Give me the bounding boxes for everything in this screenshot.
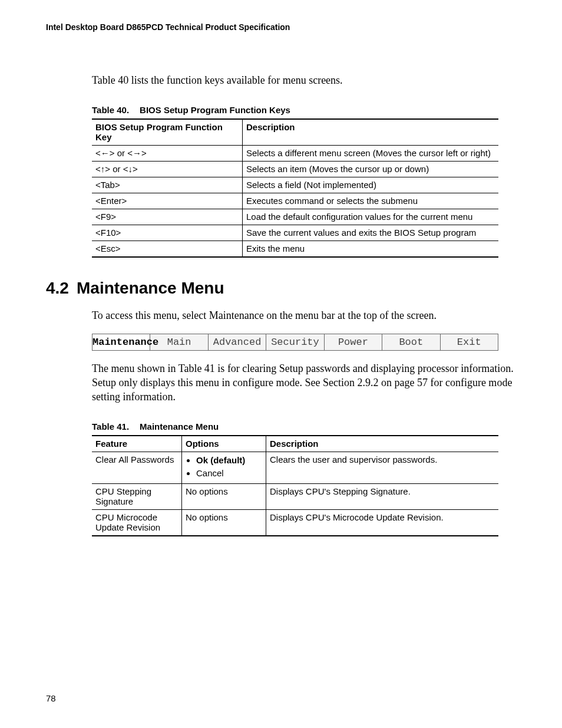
key-cell: <Tab>: [92, 177, 243, 193]
menubar-tab: Power: [324, 334, 382, 350]
table41-caption-title: Maintenance Menu: [140, 421, 219, 431]
options-cell: Ok (default)Cancel: [182, 452, 266, 484]
menubar-tab: Advanced: [208, 334, 266, 350]
page-number: 78: [46, 693, 56, 703]
section-heading: 4.2Maintenance Menu: [46, 279, 516, 298]
option-item: Cancel: [196, 467, 262, 480]
table40-head-key: BIOS Setup Program Function Key: [92, 119, 243, 146]
menubar-tab: Boot: [382, 334, 440, 350]
section-after-menubar: The menu shown in Table 41 is for cleari…: [92, 361, 516, 404]
key-cell: <F9>: [92, 209, 243, 225]
table41-head-desc: Description: [266, 436, 499, 452]
key-cell: <↑> or <↓>: [92, 162, 243, 177]
table-row: Clear All PasswordsOk (default)CancelCle…: [92, 452, 498, 484]
desc-cell: Displays CPU's Microcode Update Revision…: [266, 510, 499, 536]
bios-menubar: MaintenanceMainAdvancedSecurityPowerBoot…: [92, 334, 498, 351]
table40-caption-title: BIOS Setup Program Function Keys: [140, 105, 290, 115]
key-cell: <←> or <→>: [92, 146, 243, 162]
menubar-tab: Security: [266, 334, 324, 350]
desc-cell: Load the default configuration values fo…: [243, 209, 499, 225]
intro-table40: Table 40 lists the function keys availab…: [92, 73, 516, 87]
table-row: CPU Microcode Update RevisionNo optionsD…: [92, 510, 498, 536]
key-cell: <F10>: [92, 225, 243, 241]
table-row: <F10>Save the current values and exits t…: [92, 225, 498, 241]
desc-cell: Displays CPU's Stepping Signature.: [266, 484, 499, 510]
desc-cell: Save the current values and exits the BI…: [243, 225, 499, 241]
desc-cell: Clears the user and supervisor passwords…: [266, 452, 499, 484]
options-cell: No options: [182, 484, 266, 510]
table41: Feature Options Description Clear All Pa…: [92, 435, 498, 536]
table40: BIOS Setup Program Function Key Descript…: [92, 118, 498, 258]
section-number: 4.2: [46, 279, 77, 298]
section-title: Maintenance Menu: [77, 279, 224, 297]
table-row: <Esc>Exits the menu: [92, 241, 498, 258]
table41-head-feature: Feature: [92, 436, 182, 452]
feature-cell: CPU Microcode Update Revision: [92, 510, 182, 536]
feature-cell: CPU Stepping Signature: [92, 484, 182, 510]
key-cell: <Enter>: [92, 193, 243, 209]
option-item: Ok (default): [196, 454, 262, 467]
table-row: <Tab>Selects a field (Not implemented): [92, 177, 498, 193]
table-row: <Enter>Executes command or selects the s…: [92, 193, 498, 209]
menubar-tab: Main: [150, 334, 208, 350]
desc-cell: Exits the menu: [243, 241, 499, 258]
table-row: <↑> or <↓>Selects an item (Moves the cur…: [92, 162, 498, 177]
table41-caption: Table 41.Maintenance Menu: [92, 421, 516, 431]
table41-caption-num: Table 41.: [92, 421, 129, 431]
desc-cell: Executes command or selects the submenu: [243, 193, 499, 209]
desc-cell: Selects a different menu screen (Moves t…: [243, 146, 499, 162]
desc-cell: Selects a field (Not implemented): [243, 177, 499, 193]
desc-cell: Selects an item (Moves the cursor up or …: [243, 162, 499, 177]
menubar-tab: Maintenance: [92, 334, 150, 350]
table-row: <F9>Load the default configuration value…: [92, 209, 498, 225]
menubar-tab: Exit: [440, 334, 498, 350]
key-cell: <Esc>: [92, 241, 243, 258]
options-cell: No options: [182, 510, 266, 536]
table40-head-desc: Description: [243, 119, 499, 146]
table-row: CPU Stepping SignatureNo optionsDisplays…: [92, 484, 498, 510]
table41-head-options: Options: [182, 436, 266, 452]
section-access-text: To access this menu, select Maintenance …: [92, 308, 516, 322]
table-row: <←> or <→>Selects a different menu scree…: [92, 146, 498, 162]
feature-cell: Clear All Passwords: [92, 452, 182, 484]
table40-caption-num: Table 40.: [92, 105, 129, 115]
running-header: Intel Desktop Board D865PCD Technical Pr…: [46, 22, 516, 32]
table40-caption: Table 40.BIOS Setup Program Function Key…: [92, 105, 516, 115]
